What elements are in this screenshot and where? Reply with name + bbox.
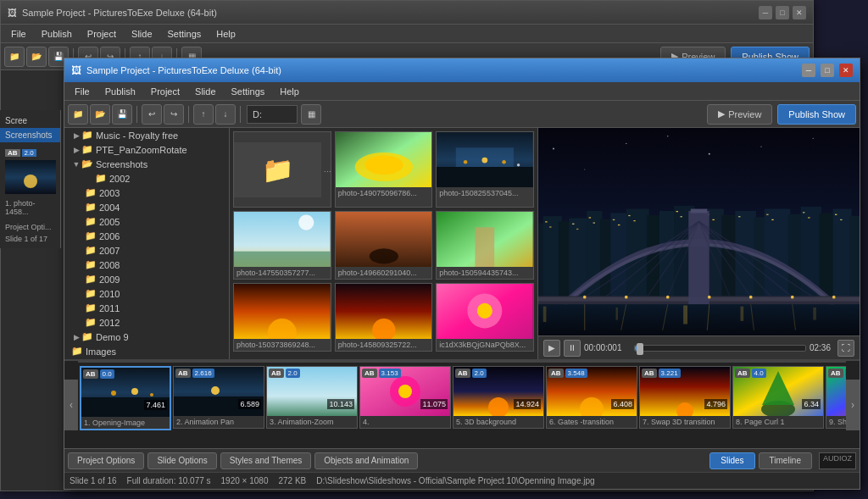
tree-item-2009[interactable]: 📁 2009 bbox=[64, 272, 229, 286]
filmstrip-next[interactable]: › bbox=[846, 380, 860, 430]
main-menu-publish[interactable]: Publish bbox=[98, 85, 142, 98]
pause-button[interactable]: ⏸ bbox=[564, 340, 581, 357]
folder-icon-music: 📁 bbox=[81, 130, 93, 141]
project-options-sidebar[interactable]: Project Opti... bbox=[0, 221, 60, 233]
tree-item-demo9[interactable]: ▶ 📁 Demo 9 bbox=[64, 330, 229, 344]
file-item-parent[interactable]: 📁 .. bbox=[233, 131, 331, 208]
main-toolbar-save[interactable]: 💾 bbox=[112, 104, 132, 125]
thumb-label-sunset2: photo-145809325722... bbox=[336, 339, 432, 351]
badge-ab-2: AB bbox=[175, 369, 191, 378]
main-minimize-btn[interactable]: ─ bbox=[802, 64, 815, 77]
main-menu-slide[interactable]: Slide bbox=[188, 85, 222, 98]
bg-minimize-btn[interactable]: ─ bbox=[759, 6, 772, 19]
thumb-label-path: photo-150594435743... bbox=[437, 267, 533, 279]
filmstrip-item-3[interactable]: AB 2.0 10.143 3. Animation-Zoom bbox=[266, 366, 358, 429]
tree-item-2008[interactable]: 📁 2008 bbox=[64, 258, 229, 272]
main-toolbar-redo[interactable]: ↪ bbox=[164, 104, 184, 125]
bg-close-btn[interactable]: ✕ bbox=[793, 6, 806, 19]
bg-menu-help[interactable]: Help bbox=[209, 27, 242, 41]
filmstrip-item-9[interactable]: AB 6.0 9. Shapes - Tran... bbox=[826, 366, 846, 429]
main-menu-file[interactable]: File bbox=[68, 85, 97, 98]
file-item-couple[interactable]: photo-149660291040... bbox=[335, 211, 433, 280]
tree-item-pte[interactable]: ▶ 📁 PTE_PanZoomRotate bbox=[64, 142, 229, 157]
tree-item-2004[interactable]: 📁 2004 bbox=[64, 200, 229, 214]
tree-item-2005[interactable]: 📁 2005 bbox=[64, 214, 229, 229]
tree-item-music[interactable]: ▶ 📁 Music - Royalty free bbox=[64, 128, 229, 142]
filmstrip-item-7[interactable]: AB 3.221 4.796 7. Swap 3D transition bbox=[639, 366, 731, 429]
main-menu-help[interactable]: Help bbox=[273, 85, 306, 98]
svg-rect-72 bbox=[680, 216, 682, 217]
main-menu-bar: File Publish Project Slide Settings Help bbox=[64, 82, 860, 101]
status-resolution: 1920 × 1080 bbox=[221, 476, 269, 485]
bg-toolbar-open[interactable]: 📂 bbox=[26, 47, 47, 67]
tree-item-images[interactable]: 📁 Images bbox=[64, 344, 229, 358]
main-preview-btn[interactable]: ▶ Preview bbox=[707, 104, 772, 125]
project-options-btn[interactable]: Project Options bbox=[68, 452, 144, 469]
file-item-harbor[interactable]: photo-150825537045... bbox=[436, 131, 534, 208]
filmstrip-item-5[interactable]: AB 2.0 14.924 5. 3D background bbox=[453, 366, 544, 429]
filmstrip-item-4[interactable]: AB 3.153 11.075 4. bbox=[359, 366, 451, 429]
fullscreen-button[interactable]: ⛶ bbox=[837, 340, 854, 357]
bg-maximize-btn[interactable]: □ bbox=[776, 6, 789, 19]
tree-item-2010[interactable]: 📁 2010 bbox=[64, 286, 229, 301]
path-label: D: bbox=[253, 109, 262, 119]
main-toolbar-path: D: bbox=[247, 105, 298, 124]
main-toolbar-undo[interactable]: ↩ bbox=[142, 104, 162, 125]
main-publish-btn[interactable]: Publish Show bbox=[777, 104, 856, 125]
main-toolbar-open[interactable]: 📂 bbox=[90, 104, 110, 125]
tree-item-2002[interactable]: 📁 2002 bbox=[64, 171, 229, 186]
bg-menu-slide[interactable]: Slide bbox=[125, 27, 159, 41]
tree-item-2011[interactable]: 📁 2011 bbox=[64, 301, 229, 315]
objects-animation-btn[interactable]: Objects and Animation bbox=[314, 452, 418, 469]
filmstrip-item-8[interactable]: AB 4.0 6.34 8. Page Curl 1 bbox=[732, 366, 824, 429]
slides-tab-label: Slides bbox=[721, 456, 743, 465]
folder-icon-images: 📁 bbox=[71, 346, 83, 357]
main-toolbar-new[interactable]: 📁 bbox=[68, 104, 88, 125]
bg-menu-file[interactable]: File bbox=[4, 27, 33, 41]
tree-item-2012[interactable]: 📁 2012 bbox=[64, 315, 229, 330]
bg-menu-settings[interactable]: Settings bbox=[161, 27, 209, 41]
file-tree: ▶ 📁 Music - Royalty free ▶ 📁 PTE_PanZoom… bbox=[64, 128, 230, 359]
tree-item-2006[interactable]: 📁 2006 bbox=[64, 229, 229, 243]
status-duration: Full duration: 10.077 s bbox=[127, 476, 211, 485]
filmstrip-badges-9: AB 6.0 bbox=[828, 369, 846, 378]
svg-rect-112 bbox=[543, 307, 547, 322]
styles-themes-btn[interactable]: Styles and Themes bbox=[220, 452, 311, 469]
svg-rect-5 bbox=[437, 167, 533, 187]
file-item-sunset[interactable]: photo-150373869248... bbox=[233, 283, 331, 352]
slides-tab[interactable]: Slides bbox=[709, 452, 754, 469]
svg-point-101 bbox=[708, 296, 711, 299]
filmstrip-item-1[interactable]: AB 0.0 7.461 1. Opening-Image bbox=[80, 366, 171, 430]
main-toolbar-arrow-up[interactable]: ↑ bbox=[193, 104, 214, 125]
progress-handle[interactable] bbox=[637, 343, 643, 355]
tree-item-2007[interactable]: 📁 2007 bbox=[64, 243, 229, 258]
progress-bar[interactable] bbox=[634, 345, 806, 352]
bg-toolbar-new[interactable]: 📁 bbox=[4, 47, 25, 67]
sidebar-item-selected[interactable]: Screenshots bbox=[0, 128, 60, 142]
file-item-flower[interactable]: ic1dX3kBQjGNaPQb8X... bbox=[436, 283, 534, 352]
bg-menu-project[interactable]: Project bbox=[81, 27, 123, 41]
filmstrip-item-6[interactable]: AB 3.548 6.408 6. Gates -transition bbox=[546, 366, 637, 429]
slide-options-btn[interactable]: Slide Options bbox=[147, 452, 216, 469]
play-button[interactable]: ▶ bbox=[543, 340, 560, 357]
main-maximize-btn[interactable]: □ bbox=[821, 64, 834, 77]
slide-mini-preview[interactable] bbox=[5, 160, 56, 194]
filmstrip-prev[interactable]: ‹ bbox=[64, 380, 78, 430]
main-menu-settings[interactable]: Settings bbox=[225, 85, 272, 98]
file-item-beach[interactable]: photo-147550357277... bbox=[233, 211, 331, 280]
main-close-btn[interactable]: ✕ bbox=[839, 64, 853, 77]
svg-rect-80 bbox=[835, 214, 837, 215]
main-toolbar-extra[interactable]: ▦ bbox=[301, 104, 321, 125]
bg-menu-publish[interactable]: Publish bbox=[35, 27, 79, 41]
timeline-tab[interactable]: Timeline bbox=[759, 452, 812, 469]
file-item-sunset2[interactable]: photo-145809325722... bbox=[335, 283, 433, 352]
filmstrip-item-2[interactable]: AB 2.616 6.589 2. Animation Pan bbox=[173, 366, 264, 429]
tree-item-2003[interactable]: 📁 2003 bbox=[64, 186, 229, 200]
file-item-path[interactable]: photo-150594435743... bbox=[436, 211, 534, 280]
tree-item-screenshots[interactable]: ▼ 📂 Screenshots bbox=[64, 157, 229, 171]
file-item-flowers[interactable]: photo-149075096786... bbox=[335, 131, 433, 208]
main-menu-project[interactable]: Project bbox=[144, 85, 186, 98]
main-toolbar-arrow-dn[interactable]: ↓ bbox=[215, 104, 236, 125]
svg-point-28 bbox=[813, 138, 814, 139]
file-browser: 📁 .. photo-149075096786... bbox=[230, 128, 537, 359]
